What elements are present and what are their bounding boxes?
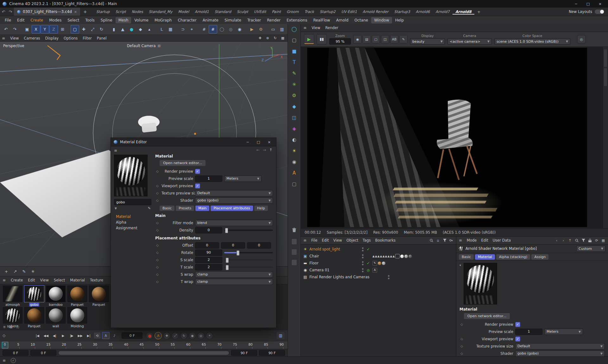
visibility-dots[interactable] xyxy=(361,247,364,251)
attribute-tab[interactable]: Basic xyxy=(459,254,474,260)
snap-a-icon[interactable]: ◯ xyxy=(218,25,226,34)
object-row-floor[interactable]: ▬ Floor ✓ ✎ xyxy=(301,260,456,267)
render-view-menu-item[interactable]: Render xyxy=(323,25,341,30)
preview-scale-field[interactable]: 1 xyxy=(515,329,542,335)
shader-dropdown[interactable]: gobo (gobo)▼ xyxy=(515,350,605,357)
menu-item[interactable]: Extensions xyxy=(284,17,310,23)
cone-primitive-icon[interactable]: ▲ xyxy=(118,25,127,34)
filter-mode-dropdown[interactable]: blend▼ xyxy=(195,220,273,226)
viewport-menu-item[interactable]: Display xyxy=(42,36,61,41)
render-preview-checkbox[interactable]: ✓ xyxy=(515,322,520,327)
open-network-editor-button[interactable]: Open network editor... xyxy=(464,313,510,319)
polygon-selection-tag-icon[interactable]: ▲ xyxy=(372,255,375,258)
offset-x-field[interactable]: 0 xyxy=(195,242,219,249)
nav-back-icon[interactable]: ← xyxy=(256,148,260,152)
material-channel-item[interactable]: Alpha xyxy=(114,219,151,225)
layout-tab[interactable]: Groom xyxy=(284,9,302,15)
prev-key-icon[interactable]: ◀◀ xyxy=(42,332,50,339)
cylinder-primitive-icon[interactable]: ▮ xyxy=(110,25,118,34)
preview-scale-field[interactable]: 1 xyxy=(195,176,222,182)
ipr-pause-button[interactable]: ▮▮ xyxy=(317,34,327,44)
key-scale-icon[interactable]: ⤢ xyxy=(172,332,179,339)
layout-tab[interactable]: Startup3 xyxy=(391,9,413,15)
record-icon[interactable]: ● xyxy=(146,332,153,339)
preview-start-field[interactable]: 0 F xyxy=(30,350,56,356)
layout-tab[interactable]: Script xyxy=(112,9,129,15)
polygon-selection-tag-icon[interactable]: ▲ xyxy=(380,255,382,258)
menu-item[interactable]: Volume xyxy=(131,17,151,23)
render-view-button[interactable]: ▶ xyxy=(248,25,256,34)
key-pla-icon[interactable]: ◎ xyxy=(197,332,205,339)
plane-icon[interactable]: ▦ xyxy=(166,25,175,34)
menu-item[interactable]: Help xyxy=(392,17,407,23)
keyframe-dot-icon[interactable]: ◇ xyxy=(155,265,160,269)
t-wrap-dropdown[interactable]: clamp▼ xyxy=(195,279,273,285)
display-dropdown[interactable]: beauty▼ xyxy=(410,38,445,45)
menu-item[interactable]: Tracker xyxy=(244,17,264,23)
key-icon[interactable] xyxy=(449,238,453,243)
zoom-field[interactable]: 95 % xyxy=(329,38,351,45)
node-material-icon[interactable]: ✳ xyxy=(29,268,37,275)
minimize-button[interactable]: ─ xyxy=(244,139,252,145)
layout-tab[interactable]: Startup xyxy=(93,9,113,15)
layout-tab[interactable]: Standard xyxy=(212,9,234,15)
viewport-menu-item[interactable]: Cameras xyxy=(21,36,42,41)
toggle-view-icon[interactable]: ▦ xyxy=(280,36,286,41)
attribute-manager-menu-item[interactable]: Mode xyxy=(465,238,479,243)
layout-tab[interactable]: Arnold Render xyxy=(360,9,391,15)
enabled-check-icon[interactable]: ✓ xyxy=(366,247,371,251)
attribute-manager-menu-icon[interactable]: ≡ xyxy=(459,238,462,243)
viewport-preview-checkbox[interactable]: ✓ xyxy=(515,336,520,342)
deformer-icon[interactable]: ◈ xyxy=(289,124,299,133)
layout-tab[interactable]: Sculpt xyxy=(234,9,251,15)
shader-tab[interactable]: Basic xyxy=(160,206,174,211)
keyframe-dot-icon[interactable]: ◇ xyxy=(459,323,464,326)
layout-tab[interactable]: Arnold7 xyxy=(433,9,453,15)
menu-item[interactable]: RealFlow xyxy=(310,17,333,23)
history-forward-icon[interactable]: ↷ xyxy=(7,9,14,14)
material-manager-menu-icon[interactable]: ≡ xyxy=(3,278,6,282)
gobo[interactable]: gobo xyxy=(24,286,45,306)
viewport-menu-icon[interactable]: ≡ xyxy=(2,36,5,40)
axis-gizmo[interactable]: Y X Z xyxy=(260,45,283,65)
lock-icon[interactable] xyxy=(588,238,592,243)
anchor-icon[interactable]: ⌖ xyxy=(187,25,196,34)
attribute-tab[interactable]: Material xyxy=(475,254,495,260)
object-manager-menu-item[interactable]: Tags xyxy=(360,238,373,243)
object-manager-menu-item[interactable]: View xyxy=(331,238,344,243)
rotate-field[interactable]: 90 xyxy=(195,250,222,256)
live-selection-ring-icon[interactable]: ◯ xyxy=(289,25,299,34)
null-cube-icon[interactable]: ▢ xyxy=(289,180,299,188)
viewport-menu-item[interactable]: Filter xyxy=(80,36,94,41)
copy-tool-icon[interactable]: ▣ xyxy=(23,25,31,34)
close-button[interactable]: × xyxy=(595,1,605,7)
material-editor-titlebar[interactable]: Material Editor ─ □ × xyxy=(111,138,276,146)
menu-item[interactable]: File xyxy=(2,17,14,23)
layout-tab[interactable]: Standard_My xyxy=(146,9,175,15)
history-forward-icon[interactable]: › xyxy=(561,238,566,243)
menu-item[interactable]: Octane xyxy=(352,17,371,23)
material-tag-icon[interactable] xyxy=(400,255,404,258)
density-field[interactable]: 0 xyxy=(195,227,222,233)
viewport-preview-checkbox[interactable]: ✓ xyxy=(195,183,200,188)
material-manager-menu-item[interactable]: Edit xyxy=(25,278,37,283)
up-level-icon[interactable]: ↑ xyxy=(568,238,572,243)
object-manager-menu-item[interactable]: Edit xyxy=(320,238,331,243)
object-manager-menu-icon[interactable]: ≡ xyxy=(303,238,307,243)
palette-page-icon[interactable] xyxy=(291,238,297,245)
visibility-dots[interactable] xyxy=(361,268,364,272)
visibility-dots[interactable] xyxy=(387,275,390,279)
spline-boole-icon[interactable]: ◫ xyxy=(289,113,299,122)
close-button[interactable]: × xyxy=(265,139,273,145)
object-manager-menu-item[interactable]: Bookmarks xyxy=(373,238,398,243)
keyframe-selection-icon[interactable]: ⌖ xyxy=(206,332,213,339)
texture-preview-size-dropdown[interactable]: Default▼ xyxy=(195,190,273,196)
workplane-icon[interactable]: ⊞ xyxy=(58,25,67,34)
cube-primitive-icon[interactable]: ■ xyxy=(289,47,299,56)
material-name-field[interactable]: gobo xyxy=(114,199,151,205)
next-frame-icon[interactable]: |▶ xyxy=(68,332,75,339)
polygon-selection-tag-icon[interactable]: ▲ xyxy=(385,255,387,258)
offset-y-field[interactable]: 0 xyxy=(221,242,245,249)
keyframe-dot-icon[interactable]: ◇ xyxy=(155,170,160,173)
new-document-button[interactable]: + xyxy=(80,9,90,14)
